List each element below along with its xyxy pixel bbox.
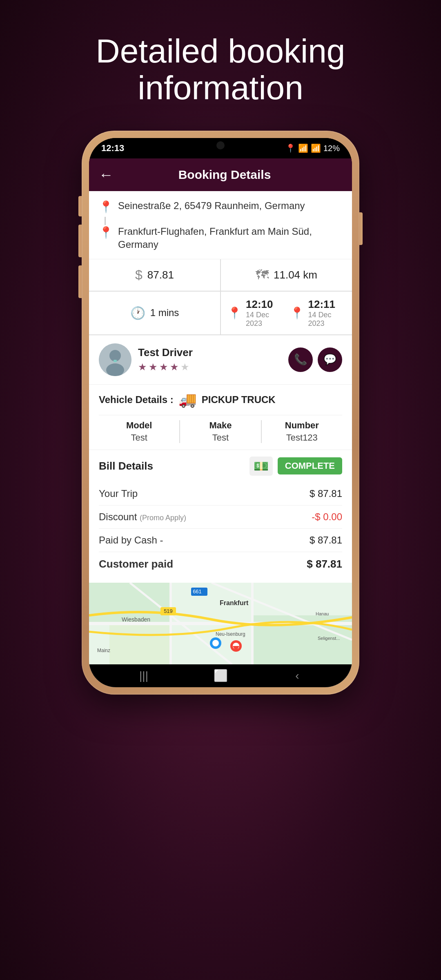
svg-text:Neu-Isenburg: Neu-Isenburg	[216, 631, 245, 637]
svg-point-2	[106, 363, 124, 376]
side-btn-right	[359, 212, 363, 245]
cash-icon: 💵	[249, 457, 273, 476]
promo-note: (Promo Apply)	[140, 514, 186, 522]
trip-label: Your Trip	[99, 488, 138, 499]
dropoff-pin-icon: 📍	[99, 226, 113, 239]
pickup-address: Seinestraße 2, 65479 Raunheim, Germany	[118, 199, 305, 212]
chat-button[interactable]: 💬	[318, 347, 342, 372]
dropoff-time-pin: 📍	[290, 306, 304, 320]
side-btn-left-1	[78, 196, 82, 216]
dropoff-date: 14 Dec 2023	[308, 311, 346, 328]
nav-home-button[interactable]: ⬜	[210, 666, 231, 686]
customer-row: Customer paid $ 87.81	[99, 552, 342, 576]
status-bar: 12:13 📍 📶 📶 12%	[89, 138, 352, 158]
vehicle-section: Vehicle Details : 🚚 PICKUP TRUCK Model T…	[89, 385, 352, 450]
driver-info: Test Driver ★ ★ ★ ★ ★	[138, 346, 288, 373]
trip-row: Your Trip $ 87.81	[99, 482, 342, 506]
price-value: 87.81	[147, 269, 174, 281]
times-cell: 📍 12:10 14 Dec 2023 📍 12:11 14 Dec 2023	[221, 292, 352, 334]
star-3: ★	[159, 361, 168, 373]
duration-value: 1 mins	[150, 307, 179, 318]
signal-icon: 📶	[311, 143, 321, 153]
nav-menu-button[interactable]: |||	[134, 666, 154, 686]
vehicle-truck-icon: 🚚	[178, 391, 197, 408]
svg-text:Mainz: Mainz	[97, 648, 110, 653]
map-visual: Wiesbaden Frankfurt Neu-Isenburg Mainz H…	[89, 583, 352, 664]
star-2: ★	[149, 361, 158, 373]
stats-row: $ 87.81 🗺 11.04 km	[89, 259, 352, 292]
map-section: Wiesbaden Frankfurt Neu-Isenburg Mainz H…	[89, 583, 352, 664]
vehicle-model-cell: Model Test	[99, 420, 180, 443]
trip-value: $ 87.81	[310, 488, 342, 499]
side-btn-left-2	[78, 225, 82, 257]
svg-text:Seligenst...: Seligenst...	[318, 636, 340, 641]
star-1: ★	[138, 361, 147, 373]
pickup-row: 📍 Seinestraße 2, 65479 Raunheim, Germany	[99, 199, 342, 214]
avatar-svg	[99, 343, 131, 376]
make-key: Make	[209, 420, 232, 431]
distance-value: 11.04 km	[274, 269, 317, 281]
pickup-time-info: 12:10 14 Dec 2023	[246, 298, 283, 328]
price-cell: $ 87.81	[89, 259, 221, 291]
dropoff-clock: 12:11	[308, 298, 336, 311]
driver-actions: 📞 💬	[288, 347, 342, 372]
bill-header: Bill Details 💵 COMPLETE	[99, 457, 342, 476]
app-bar-title: Booking Details	[122, 168, 327, 182]
bottom-nav: ||| ⬜ ‹	[89, 664, 352, 687]
duration-cell: 🕐 1 mins	[89, 292, 221, 334]
vehicle-name: PICKUP TRUCK	[202, 394, 276, 405]
dropoff-time-info: 12:11 14 Dec 2023	[308, 298, 346, 328]
vehicle-header: Vehicle Details : 🚚 PICKUP TRUCK	[99, 391, 342, 408]
dollar-icon: $	[135, 267, 143, 283]
customer-value: $ 87.81	[307, 558, 342, 570]
pickup-pin-icon: 📍	[99, 200, 113, 214]
make-val: Test	[212, 432, 229, 443]
svg-rect-7	[109, 624, 171, 664]
discount-value: -$ 0.00	[312, 511, 342, 523]
time-row: 🕐 1 mins 📍 12:10 14 Dec 2023 📍	[89, 292, 352, 335]
pickup-time-group: 📍 12:10 14 Dec 2023	[227, 298, 283, 328]
vehicle-label: Vehicle Details :	[99, 394, 174, 405]
svg-text:661: 661	[193, 588, 202, 595]
vehicle-number-cell: Number Test123	[262, 420, 342, 443]
model-val: Test	[131, 432, 147, 443]
number-key: Number	[285, 420, 319, 431]
distance-cell: 🗺 11.04 km	[221, 259, 352, 291]
bill-title: Bill Details	[99, 460, 153, 472]
app-bar: ← Booking Details	[89, 158, 352, 191]
dropoff-row: 📍 Frankfurt-Flughafen, Frankfurt am Main…	[99, 225, 342, 250]
paid-label: Paid by Cash -	[99, 535, 163, 546]
model-key: Model	[126, 420, 152, 431]
location-section: 📍 Seinestraße 2, 65479 Raunheim, Germany…	[89, 191, 352, 259]
bill-header-right: 💵 COMPLETE	[249, 457, 342, 476]
paid-row: Paid by Cash - $ 87.81	[99, 529, 342, 552]
svg-rect-3	[114, 360, 117, 362]
dropoff-time-group: 📍 12:11 14 Dec 2023	[290, 298, 346, 328]
customer-label: Customer paid	[99, 558, 173, 570]
bill-section: Bill Details 💵 COMPLETE Your Trip $ 87.8…	[89, 450, 352, 583]
driver-avatar	[99, 343, 131, 376]
vehicle-make-cell: Make Test	[180, 420, 261, 443]
location-icon: 📍	[285, 143, 296, 153]
page-title: Detailed booking information	[0, 0, 441, 131]
back-button[interactable]: ←	[99, 166, 114, 183]
call-button[interactable]: 📞	[288, 347, 313, 372]
discount-row: Discount (Promo Apply) -$ 0.00	[99, 506, 342, 529]
star-4: ★	[170, 361, 179, 373]
number-val: Test123	[286, 432, 318, 443]
camera-notch	[216, 141, 225, 149]
phone-screen: 12:13 📍 📶 📶 12% ← Booking Details 📍 Sein…	[89, 138, 352, 687]
vehicle-details: Model Test Make Test Number Test123	[99, 415, 342, 443]
pickup-date: 14 Dec 2023	[246, 311, 283, 328]
wifi-icon: 📶	[298, 143, 308, 153]
dropoff-address: Frankfurt-Flughafen, Frankfurt am Main S…	[118, 225, 342, 250]
nav-back-button[interactable]: ‹	[287, 666, 307, 686]
star-rating: ★ ★ ★ ★ ★	[138, 361, 288, 373]
driver-section: Test Driver ★ ★ ★ ★ ★ 📞 💬	[89, 335, 352, 385]
side-btn-left-3	[78, 265, 82, 298]
clock-icon: 🕐	[130, 306, 145, 320]
location-connector	[105, 217, 106, 225]
battery-text: 12%	[323, 144, 340, 153]
map-icon: 🗺	[256, 267, 269, 283]
svg-text:Frankfurt: Frankfurt	[220, 599, 249, 606]
